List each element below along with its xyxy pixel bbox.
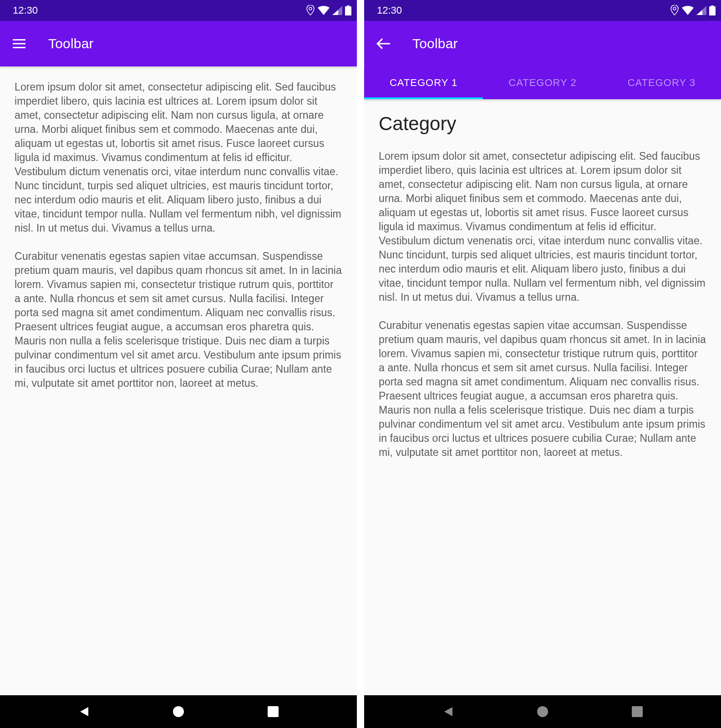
status-time: 12:30 xyxy=(377,5,402,16)
nav-back-button[interactable] xyxy=(76,703,92,720)
back-button[interactable] xyxy=(375,35,391,52)
circle-home-icon xyxy=(173,706,184,718)
tab-label: CATEGORY 3 xyxy=(628,77,696,89)
nav-back-button[interactable] xyxy=(440,703,456,720)
square-recent-icon xyxy=(632,706,643,717)
wifi-icon xyxy=(318,6,330,15)
triangle-back-icon xyxy=(442,705,454,718)
square-recent-icon xyxy=(268,706,279,717)
svg-point-3 xyxy=(173,706,184,717)
tab-bar: CATEGORY 1 CATEGORY 2 CATEGORY 3 xyxy=(364,66,721,99)
svg-rect-4 xyxy=(268,706,279,717)
tab-category-2[interactable]: CATEGORY 2 xyxy=(483,66,602,99)
nav-home-button[interactable] xyxy=(534,703,551,720)
toolbar-title: Toolbar xyxy=(412,36,458,51)
signal-icon xyxy=(696,6,706,15)
tab-category-3[interactable]: CATEGORY 3 xyxy=(602,66,721,99)
battery-icon xyxy=(345,5,351,15)
navigation-bar xyxy=(0,695,357,728)
tab-label: CATEGORY 2 xyxy=(508,77,576,89)
tab-category-1[interactable]: CATEGORY 1 xyxy=(364,66,483,99)
svg-rect-6 xyxy=(632,706,643,717)
location-icon xyxy=(306,5,315,16)
status-icons xyxy=(670,5,716,16)
tab-label: CATEGORY 1 xyxy=(390,77,457,89)
nav-recent-button[interactable] xyxy=(629,703,645,720)
svg-rect-2 xyxy=(13,47,25,48)
phone-screen-2: 12:30 Toolbar CATEGORY 1 xyxy=(364,0,721,728)
body-paragraph-1: Lorem ipsum dolor sit amet, consectetur … xyxy=(15,80,342,236)
content-area[interactable]: Lorem ipsum dolor sit amet, consectetur … xyxy=(0,66,357,695)
arrow-back-icon xyxy=(376,38,390,49)
app-bar: Toolbar xyxy=(364,21,721,66)
menu-button[interactable] xyxy=(11,35,27,52)
battery-icon xyxy=(709,5,716,15)
toolbar-title: Toolbar xyxy=(48,36,94,51)
body-paragraph-2: Curabitur venenatis egestas sapien vitae… xyxy=(379,318,706,460)
status-time: 12:30 xyxy=(13,5,38,16)
phone-screen-1: 12:30 Toolbar Lorem i xyxy=(0,0,357,728)
content-heading: Category xyxy=(379,113,706,135)
svg-point-5 xyxy=(537,706,548,717)
nav-home-button[interactable] xyxy=(170,703,187,720)
app-bar: Toolbar xyxy=(0,21,357,66)
signal-icon xyxy=(332,6,342,15)
wifi-icon xyxy=(682,6,694,15)
location-icon xyxy=(670,5,679,16)
status-bar: 12:30 xyxy=(0,0,357,21)
nav-recent-button[interactable] xyxy=(265,703,281,720)
body-paragraph-1: Lorem ipsum dolor sit amet, consectetur … xyxy=(379,149,706,305)
circle-home-icon xyxy=(537,706,548,718)
svg-rect-1 xyxy=(13,43,25,45)
body-paragraph-2: Curabitur venenatis egestas sapien vitae… xyxy=(15,249,342,390)
svg-rect-0 xyxy=(13,39,25,40)
content-area[interactable]: Category Lorem ipsum dolor sit amet, con… xyxy=(364,99,721,695)
triangle-back-icon xyxy=(77,705,90,718)
status-bar: 12:30 xyxy=(364,0,721,21)
navigation-bar xyxy=(364,695,721,728)
hamburger-icon xyxy=(13,39,25,48)
status-icons xyxy=(306,5,351,16)
